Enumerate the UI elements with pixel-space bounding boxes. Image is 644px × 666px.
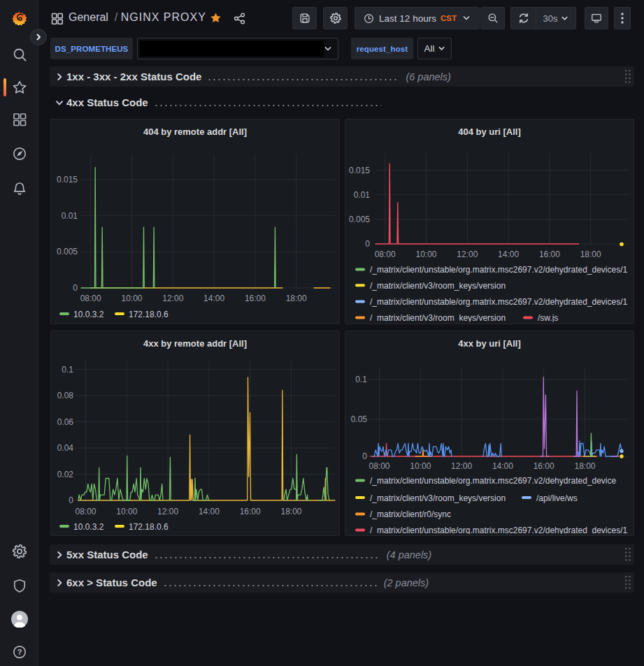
svg-text:0.1: 0.1 xyxy=(62,365,73,375)
svg-text:0: 0 xyxy=(69,495,73,505)
svg-text:08:00: 08:00 xyxy=(80,294,101,303)
svg-text:12:00: 12:00 xyxy=(451,461,472,471)
svg-text:0: 0 xyxy=(365,239,370,249)
svg-text:18:00: 18:00 xyxy=(580,249,601,259)
svg-text:0: 0 xyxy=(73,283,78,293)
svg-text:14:00: 14:00 xyxy=(498,249,519,259)
svg-text:10.0.3.2: 10.0.3.2 xyxy=(73,522,104,532)
svg-text:0.02: 0.02 xyxy=(57,470,74,479)
svg-text:/_matrix/client/v3/room_keys/v: /_matrix/client/v3/room_keys/version xyxy=(370,281,506,291)
svg-text:0.1: 0.1 xyxy=(355,375,367,384)
svg-text:/_matrix/client/unstable/org.m: /_matrix/client/unstable/org.matrix.msc2… xyxy=(370,526,634,535)
svg-text:0.01: 0.01 xyxy=(62,211,78,221)
svg-text:0.04: 0.04 xyxy=(57,443,74,453)
svg-text:14:00: 14:00 xyxy=(199,507,220,516)
svg-text:12:00: 12:00 xyxy=(162,294,183,303)
svg-text:18:00: 18:00 xyxy=(574,461,595,471)
svg-text:/sw.js: /sw.js xyxy=(538,313,558,323)
svg-text:08:00: 08:00 xyxy=(368,461,389,471)
svg-text:0: 0 xyxy=(362,451,367,461)
svg-text:12:00: 12:00 xyxy=(157,507,178,516)
svg-text:16:00: 16:00 xyxy=(240,507,261,516)
svg-text:14:00: 14:00 xyxy=(203,294,224,303)
svg-text:16:00: 16:00 xyxy=(245,294,266,303)
svg-text:0.015: 0.015 xyxy=(349,166,370,175)
svg-text:172.18.0.6: 172.18.0.6 xyxy=(129,522,169,532)
svg-text:10:00: 10:00 xyxy=(415,249,436,259)
svg-text:/api/live/ws: /api/live/ws xyxy=(536,493,578,503)
svg-text:08:00: 08:00 xyxy=(375,249,396,259)
svg-text:10.0.3.2: 10.0.3.2 xyxy=(73,310,104,319)
svg-text:/_matrix/client/unstable/org.m: /_matrix/client/unstable/org.matrix.msc2… xyxy=(370,476,617,486)
svg-text:/_matrix/client/unstable/org.m: /_matrix/client/unstable/org.matrix.msc2… xyxy=(370,265,634,275)
svg-text:0.005: 0.005 xyxy=(57,247,78,256)
svg-text:172.18.0.6: 172.18.0.6 xyxy=(129,310,169,319)
svg-text:10:00: 10:00 xyxy=(116,507,137,516)
svg-text:0.08: 0.08 xyxy=(57,391,74,400)
svg-text:?: ? xyxy=(17,648,22,656)
svg-text:0.015: 0.015 xyxy=(57,175,78,184)
svg-text:/_matrix/client/r0/sync: /_matrix/client/r0/sync xyxy=(370,509,451,519)
svg-text:/_matrix/client/v3/room_keys/v: /_matrix/client/v3/room_keys/version xyxy=(370,313,506,323)
svg-text:0.01: 0.01 xyxy=(354,190,371,200)
svg-text:0.06: 0.06 xyxy=(57,417,74,427)
svg-text:10:00: 10:00 xyxy=(410,461,431,471)
svg-text:18:00: 18:00 xyxy=(280,507,301,516)
svg-text:08:00: 08:00 xyxy=(75,507,96,516)
svg-text:12:00: 12:00 xyxy=(457,249,478,259)
svg-text:/_matrix/client/unstable/org.m: /_matrix/client/unstable/org.matrix.msc2… xyxy=(370,297,634,307)
svg-text:16:00: 16:00 xyxy=(534,461,554,471)
svg-text:16:00: 16:00 xyxy=(539,249,560,259)
svg-text:14:00: 14:00 xyxy=(492,461,513,471)
svg-text:/_matrix/client/v3/room_keys/v: /_matrix/client/v3/room_keys/version xyxy=(370,493,506,503)
svg-text:0.05: 0.05 xyxy=(351,414,368,424)
svg-text:0.005: 0.005 xyxy=(349,215,370,224)
svg-text:10:00: 10:00 xyxy=(121,294,142,303)
svg-text:18:00: 18:00 xyxy=(286,294,307,303)
